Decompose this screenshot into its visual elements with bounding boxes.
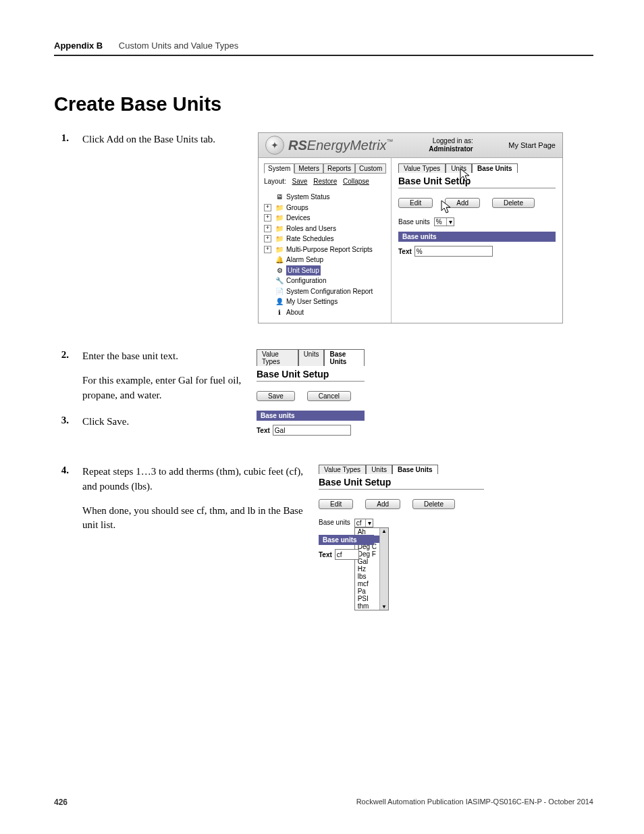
dropdown-option[interactable]: Hz [355,565,379,573]
text-input[interactable] [273,425,351,436]
expand-icon[interactable]: + [264,204,271,211]
tab-value-types[interactable]: Value Types [398,163,446,173]
tree-icon: 📁 [275,203,284,213]
brand-icon: ✦ [265,136,284,155]
layout-restore[interactable]: Restore [313,178,337,185]
tab-reports[interactable]: Reports [323,163,355,174]
expand-icon[interactable]: + [264,225,271,232]
cancel-button[interactable]: Cancel [307,391,351,401]
expand-icon[interactable]: + [264,246,271,253]
brand-prefix: RS [288,138,307,153]
app-title-bar: ✦ RSEnergyMetrix™ Logged in as: Administ… [259,133,562,158]
layout-collapse[interactable]: Collapse [343,178,369,185]
base-units-label: Base units [319,519,350,526]
text-input[interactable] [414,246,493,257]
scroll-down-icon[interactable]: ▼ [381,604,387,610]
step-2-note: For this example, enter Gal for fuel oil… [82,373,243,403]
tree-item[interactable]: 🔔Alarm Setup [264,255,385,265]
tab-base-units[interactable]: Base Units [324,349,365,366]
base-units-header: Base units [257,411,365,421]
layout-controls: Layout: Save Restore Collapse [264,178,385,185]
tab-units[interactable]: Units [366,465,392,474]
dropdown-option[interactable]: thm [355,602,379,610]
left-nav-panel: System Meters Reports Custom Layout: Sav… [259,158,392,323]
base-units-select[interactable]: cf [354,519,374,527]
step-number: 3. [54,415,69,439]
step-4-text: Repeat steps 1…3 to add therms (thm), cu… [82,465,305,494]
tree-icon: 👤 [275,296,284,307]
tree-label: About [286,307,304,318]
section-title: Base Unit Setup [319,475,484,490]
edit-button[interactable]: Edit [398,198,433,208]
page-footer: 426 Rockwell Automation Publication IASI… [54,798,593,807]
tab-units[interactable]: Units [298,349,325,366]
tree-icon: 📁 [275,224,284,234]
tree-item[interactable]: +📁Devices [264,213,385,224]
dropdown-option[interactable]: lbs [355,573,379,580]
tab-system[interactable]: System [264,163,294,174]
tab-meters[interactable]: Meters [294,163,323,174]
step-number: 4. [54,465,69,476]
delete-button[interactable]: Delete [412,499,455,509]
tree-icon: 📁 [275,234,284,244]
step-4-note: When done, you should see cf, thm, and l… [82,504,305,533]
tree-icon: 🖥 [275,192,284,203]
tree-item[interactable]: 🔧Configuration [264,276,385,286]
system-tabs: System Meters Reports Custom [264,163,385,174]
base-units-header: Base units [398,232,556,242]
scroll-up-icon[interactable]: ▲ [381,528,387,534]
trademark-icon: ™ [387,138,394,145]
tab-base-units[interactable]: Base Units [472,163,518,173]
tab-units[interactable]: Units [446,163,472,173]
text-label: Text [257,427,270,434]
brand-name: EnergyMetrix [307,138,387,153]
step-1-text: Click Add on the Base Units tab. [82,132,244,147]
tab-value-types[interactable]: Value Types [257,349,298,366]
tree-item[interactable]: 📄System Configuration Report [264,286,385,297]
tree-item[interactable]: +📁Roles and Users [264,224,385,234]
add-button[interactable]: Add [365,499,400,509]
save-button[interactable]: Save [257,391,295,401]
type-tabs: Value Types Units Base Units [398,163,556,173]
text-input[interactable] [335,549,359,560]
tree-item[interactable]: ℹAbout [264,307,385,318]
dropdown-option[interactable]: PSI [355,595,379,602]
tree-label: Multi-Purpose Report Scripts [286,244,373,255]
tree-icon: ℹ [275,307,284,318]
tree-icon: 📄 [275,286,284,297]
tree-icon: 🔧 [275,276,284,286]
login-status: Logged in as: Administrator [429,137,473,153]
text-label: Text [398,248,412,255]
tab-base-units[interactable]: Base Units [392,465,438,474]
dropdown-option[interactable]: Pa [355,588,379,595]
screenshot-base-unit-setup: ✦ RSEnergyMetrix™ Logged in as: Administ… [258,132,563,323]
page-title: Create Base Units [54,93,593,115]
tree-label: My User Settings [286,296,338,307]
tree-label: Roles and Users [286,224,336,234]
tree-label: Devices [286,213,311,224]
expand-icon[interactable]: + [264,235,271,242]
tree-item[interactable]: ⚙Unit Setup [264,265,385,276]
expand-icon[interactable]: + [264,214,271,221]
screenshot-unit-list: Value Types Units Base Units Base Unit S… [319,465,484,641]
tree-item[interactable]: 🖥System Status [264,192,385,203]
base-units-select[interactable]: % [434,217,454,226]
tree-label: Unit Setup [286,265,321,276]
tab-custom[interactable]: Custom [355,163,386,174]
tree-item[interactable]: +📁Multi-Purpose Report Scripts [264,244,385,255]
tree-label: Alarm Setup [286,255,323,265]
tree-item[interactable]: +📁Groups [264,203,385,213]
app-brand: ✦ RSEnergyMetrix™ [265,136,394,155]
my-start-page-link[interactable]: My Start Page [508,141,556,149]
tree-item[interactable]: +📁Rate Schedules [264,234,385,244]
step-3-text: Click Save. [82,415,129,429]
tree-icon: ⚙ [275,265,284,276]
layout-save[interactable]: Save [292,178,308,185]
tab-value-types[interactable]: Value Types [319,465,366,474]
tree-item[interactable]: 👤My User Settings [264,296,385,307]
section-title: Base Unit Setup [398,174,556,188]
dropdown-option[interactable]: mcf [355,580,379,588]
edit-button[interactable]: Edit [319,499,353,509]
delete-button[interactable]: Delete [492,198,535,208]
scrollbar[interactable]: ▲▼ [379,528,388,610]
